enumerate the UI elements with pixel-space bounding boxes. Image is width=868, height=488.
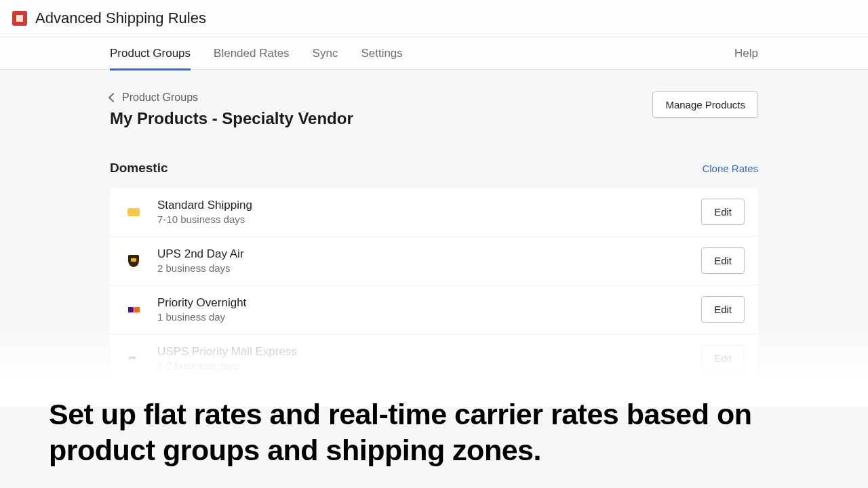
edit-rate-button[interactable]: Edit [701,199,745,225]
tab-settings[interactable]: Settings [361,37,402,70]
ups-logo-icon [123,251,144,271]
rate-subtitle: 1-2 business days [157,360,701,371]
rate-subtitle: 1 business day [157,311,701,323]
tab-blended-rates[interactable]: Blended Rates [214,37,290,70]
app-logo-icon [12,11,27,26]
breadcrumb-back[interactable]: Product Groups [110,92,353,104]
usps-logo-icon [123,348,144,369]
app-title: Advanced Shipping Rules [35,9,206,27]
tab-help[interactable]: Help [734,37,758,70]
rate-row-standard: Standard Shipping 7-10 business days Edi… [110,188,758,237]
fedex-logo-icon [123,300,144,320]
app-header: Advanced Shipping Rules [0,0,868,37]
shipping-box-icon [123,202,144,222]
breadcrumb-label: Product Groups [122,92,198,104]
tab-sync[interactable]: Sync [313,37,338,70]
rate-row-overnight: Priority Overnight 1 business day Edit [110,285,758,334]
chevron-left-icon [108,93,118,102]
tab-product-groups[interactable]: Product Groups [110,37,191,70]
main-tabs: Product Groups Blended Rates Sync Settin… [0,37,868,70]
page-title: My Products - Specialty Vendor [110,109,353,128]
rate-row-ups: UPS 2nd Day Air 2 business days Edit [110,237,758,285]
clone-rates-link[interactable]: Clone Rates [702,163,758,174]
rate-subtitle: 7-10 business days [157,214,701,225]
manage-products-button[interactable]: Manage Products [652,92,758,118]
edit-rate-button[interactable]: Edit [701,247,745,274]
rate-row-usps: USPS Priority Mail Express 1-2 business … [110,334,758,382]
promo-headline: Set up flat rates and real-time carrier … [49,396,819,468]
rate-name: Standard Shipping [157,199,701,212]
section-title-domestic: Domestic [110,161,168,176]
rate-name: UPS 2nd Day Air [157,247,701,261]
rate-subtitle: 2 business days [157,262,701,274]
edit-rate-button[interactable]: Edit [701,296,745,323]
rate-name: USPS Priority Mail Express [157,345,701,359]
edit-rate-button[interactable]: Edit [701,345,745,371]
rate-name: Priority Overnight [157,296,701,310]
rates-card: Standard Shipping 7-10 business days Edi… [110,188,758,382]
